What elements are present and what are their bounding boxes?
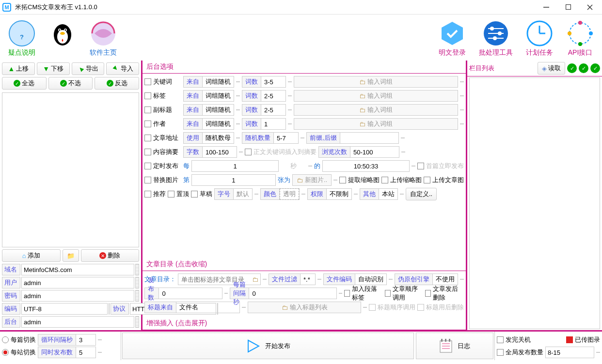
global-count-input[interactable] <box>545 347 594 358</box>
keyword-count[interactable] <box>261 77 285 87</box>
shutdown-check[interactable] <box>497 336 504 343</box>
prefsuf-input[interactable] <box>340 134 398 143</box>
svg-point-12 <box>60 32 65 35</box>
grip[interactable] <box>135 316 139 328</box>
sliders-icon <box>482 19 510 47</box>
check-shield-icon <box>438 19 466 47</box>
svg-point-10 <box>59 30 61 31</box>
svg-point-17 <box>490 27 494 30</box>
nav-login-label: 明文登录 <box>439 48 466 57</box>
titlelist-button[interactable]: 🗀输入标题列表 <box>248 302 361 313</box>
svg-rect-35 <box>441 339 443 342</box>
tree-ok2-button[interactable]: ✓ <box>579 63 588 73</box>
clock-icon <box>525 19 554 47</box>
user-label: 用户 <box>2 277 20 288</box>
admin-label: 后台 <box>2 316 20 328</box>
sched-check[interactable] <box>144 163 151 169</box>
select-all-button[interactable]: ✓全选 <box>2 77 47 90</box>
minimize-button[interactable] <box>541 2 551 12</box>
domain-input[interactable] <box>21 264 134 275</box>
help-icon: ? <box>8 19 36 47</box>
keyword-from[interactable]: 词组随机 <box>203 76 234 87</box>
folder-icon: 📁 <box>67 252 75 259</box>
import-button[interactable]: ▲导入 <box>106 62 139 75</box>
start-button[interactable]: 开始发布 <box>122 333 414 359</box>
svg-rect-1 <box>566 5 570 10</box>
export-button[interactable]: ▲导出 <box>72 62 105 75</box>
svg-point-26 <box>578 21 582 25</box>
close-button[interactable] <box>585 2 595 12</box>
penguin-icon <box>48 20 77 48</box>
tree-ok-button[interactable]: ✓ <box>567 63 577 73</box>
nav-qq[interactable] <box>45 19 80 58</box>
sched-time-input[interactable] <box>322 160 410 172</box>
arturl-check[interactable] <box>144 135 151 141</box>
svg-point-28 <box>578 42 582 46</box>
tag-check[interactable] <box>144 92 151 99</box>
home-icon: ⌂ <box>22 252 26 259</box>
artdir-header[interactable]: 文章目录 (点击收缩) <box>143 258 466 271</box>
add-button[interactable]: ⌂添加 <box>2 249 61 262</box>
select-invert-button[interactable]: ✓反选 <box>95 77 139 90</box>
globe-icon <box>89 19 117 47</box>
select-none-button[interactable]: ✓不选 <box>48 77 93 90</box>
nav-help[interactable]: ? 疑点说明 <box>4 18 40 58</box>
enc-input[interactable] <box>21 303 108 315</box>
custom-button[interactable]: 自定义.. <box>406 188 437 200</box>
persite-radio[interactable] <box>2 349 9 356</box>
svg-rect-36 <box>445 339 446 342</box>
uploaded-indicator <box>566 336 573 343</box>
svg-marker-14 <box>442 22 463 45</box>
proto-label: 协议 <box>111 303 129 315</box>
nav-batch-label: 批处理工具 <box>479 48 513 57</box>
cube-icon: ◈ <box>542 65 547 72</box>
enc-label: 编码 <box>2 303 20 315</box>
svg-point-19 <box>498 31 502 35</box>
grip[interactable] <box>135 264 139 275</box>
move-up-button[interactable]: ▲上移 <box>2 62 35 75</box>
delete-button[interactable]: ✕删除 <box>81 249 140 262</box>
tree-ok3-button[interactable]: ✓ <box>590 63 600 73</box>
pass-input[interactable] <box>21 290 134 302</box>
perart-radio[interactable] <box>2 336 9 343</box>
folder-icon: 🗀 <box>359 78 365 86</box>
category-tree[interactable] <box>469 77 600 329</box>
grip[interactable] <box>135 290 139 302</box>
nav-sched-label: 计划任务 <box>526 48 553 57</box>
svg-point-25 <box>570 23 591 44</box>
keyword-input-button[interactable]: 🗀输入词组 <box>294 76 458 88</box>
enhance-header[interactable]: 增强插入 (点击展开) <box>143 317 466 330</box>
subtitle-check[interactable] <box>144 106 151 113</box>
svg-point-29 <box>568 31 571 35</box>
grip[interactable] <box>109 303 110 315</box>
global-check[interactable] <box>497 349 504 356</box>
site-list[interactable] <box>2 92 139 247</box>
read-button[interactable]: ◈读取 <box>538 62 565 75</box>
svg-marker-30 <box>248 340 259 352</box>
domain-label: 域名 <box>2 264 20 275</box>
nav-api[interactable]: API接口 <box>562 18 598 58</box>
user-input[interactable] <box>21 277 134 288</box>
log-button[interactable]: 日志 <box>416 333 493 359</box>
maximize-button[interactable] <box>563 2 573 12</box>
nav-login[interactable]: 明文登录 <box>434 18 470 58</box>
folder-icon[interactable]: 🗀 <box>250 276 260 283</box>
move-down-button[interactable]: ▼下移 <box>37 62 70 75</box>
nav-batch[interactable]: 批处理工具 <box>475 18 517 58</box>
svg-point-21 <box>493 36 497 40</box>
bg-options-header: 后台选项 <box>143 61 466 74</box>
nav-sched[interactable]: 计划任务 <box>522 18 557 58</box>
svg-rect-37 <box>449 339 450 342</box>
kwsummary-check[interactable] <box>245 149 252 155</box>
replimg-check[interactable] <box>144 177 151 183</box>
admin-input[interactable] <box>21 316 134 328</box>
summary-check[interactable] <box>144 149 151 155</box>
nav-home[interactable]: 软件主页 <box>85 18 121 58</box>
nav-api-label: API接口 <box>568 48 593 57</box>
keyword-check[interactable] <box>144 78 151 85</box>
folder-button[interactable]: 📁 <box>63 249 79 262</box>
x-icon: ✕ <box>99 252 106 259</box>
tree-header: 栏目列表 <box>469 64 536 73</box>
grip[interactable] <box>135 277 139 288</box>
author-check[interactable] <box>144 121 151 127</box>
